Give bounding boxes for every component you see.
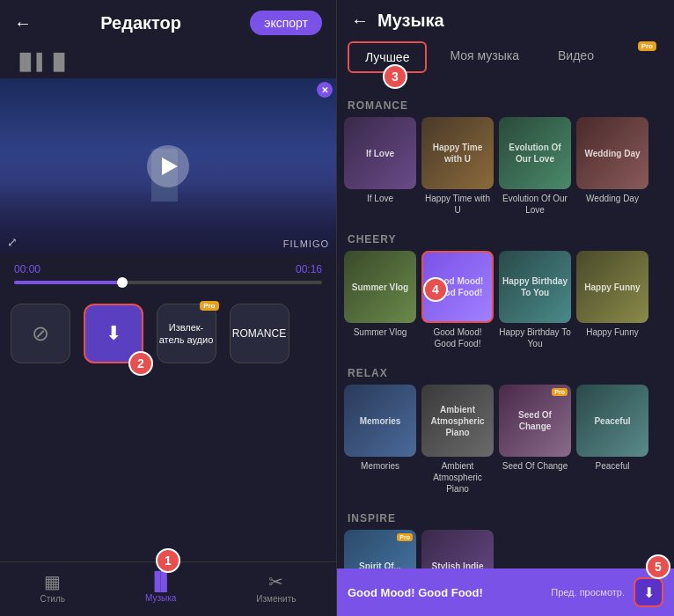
music-card-peaceful[interactable]: Peaceful Peaceful bbox=[576, 385, 648, 495]
inspire-grid: Pro Spirit Of... Spirit Of... Stylish In… bbox=[344, 530, 667, 568]
close-button[interactable]: ✕ bbox=[317, 82, 333, 98]
evolution-name: Evolution Of Our Love bbox=[499, 193, 571, 216]
music-icon: ▐▌ bbox=[148, 571, 172, 591]
step-2-circle: 2 bbox=[128, 351, 153, 376]
right-header: ← Музыка bbox=[337, 0, 674, 41]
right-panel: ← Музыка Лучшее Моя музыка Видео Pro 3 R… bbox=[337, 0, 674, 616]
music-card-happy-birthday[interactable]: Happy Birthday To You Happy Birthday To … bbox=[499, 251, 571, 349]
music-card-wedding[interactable]: Wedding Day Wedding Day bbox=[576, 117, 648, 216]
peaceful-name: Peaceful bbox=[576, 460, 648, 472]
music-card-seed[interactable]: Pro Seed Of Change Seed Of Change bbox=[499, 385, 571, 495]
ambient-name: Ambient Atmospheric Piano bbox=[421, 460, 494, 495]
happy-funny-bg: Happy Funny bbox=[576, 251, 648, 323]
timeline-start: 00:00 bbox=[14, 263, 40, 275]
tool-empty: ⊘ bbox=[7, 304, 73, 367]
peaceful-thumb: Peaceful bbox=[576, 385, 648, 457]
ambient-thumb: Ambient Atmospheric Piano bbox=[421, 385, 494, 457]
style-icon: ▦ bbox=[44, 571, 61, 592]
nav-style[interactable]: ▦ Стиль bbox=[40, 571, 65, 604]
romance-grid: If Love If Love Happy Time with U Happy … bbox=[344, 117, 667, 216]
video-preview: FILMIGO ⤢ ✕ bbox=[0, 78, 336, 254]
editor-title: Редактор bbox=[100, 13, 181, 33]
memories-name: Memories bbox=[344, 460, 416, 472]
tool-music: ⬇ 2 bbox=[80, 304, 146, 367]
extract-icon: Извлек-атель аудио bbox=[158, 321, 216, 347]
play-button[interactable] bbox=[147, 145, 189, 187]
filmigo-label: FILMIGO bbox=[283, 238, 329, 249]
peaceful-bg: Peaceful bbox=[576, 385, 648, 457]
bottom-bar: 5 Good Mood! Good Food! Пред. просмотр. … bbox=[337, 568, 674, 616]
nav-music[interactable]: ▐▌ Музыка bbox=[145, 571, 176, 604]
summer-vlog-bg: Summer Vlog bbox=[344, 251, 416, 323]
stylish-thumb: Stylish Indie bbox=[421, 530, 494, 568]
preview-button[interactable]: Пред. просмотр. bbox=[551, 587, 625, 598]
timeline-track[interactable] bbox=[14, 281, 322, 284]
music-card-if-love[interactable]: If Love If Love bbox=[344, 117, 416, 216]
step-3-circle: 3 bbox=[383, 64, 407, 89]
timeline-progress bbox=[14, 281, 122, 284]
if-love-name: If Love bbox=[344, 193, 416, 204]
music-content[interactable]: ROMANCE If Love If Love Happy Time with … bbox=[337, 92, 674, 568]
bottom-bar-title: Good Mood! Good Food! bbox=[348, 586, 542, 599]
music-card-ambient[interactable]: Ambient Atmospheric Piano Ambient Atmosp… bbox=[421, 385, 494, 495]
romance-icon: ROMANCE bbox=[232, 327, 286, 340]
music-card-spirit[interactable]: Pro Spirit Of... Spirit Of... bbox=[344, 530, 416, 568]
music-card-happy-time[interactable]: Happy Time with U Happy Time with U bbox=[421, 117, 494, 216]
wedding-thumb: Wedding Day bbox=[576, 117, 648, 189]
section-relax-label: RELAX bbox=[344, 360, 667, 385]
export-button[interactable]: экспорт bbox=[250, 11, 322, 35]
music-card-summer-vlog[interactable]: Summer Vlog Summer Vlog bbox=[344, 251, 416, 349]
happy-funny-name: Happy Funny bbox=[576, 326, 648, 338]
tool-extract-box[interactable]: Pro Извлек-атель аудио bbox=[157, 304, 216, 363]
relax-grid: Memories Memories Ambient Atmospheric Pi… bbox=[344, 385, 667, 495]
timeline-bar: 00:00 00:16 bbox=[0, 254, 336, 293]
pro-badge-spirit: Pro bbox=[397, 533, 413, 541]
seed-thumb: Pro Seed Of Change bbox=[499, 385, 571, 457]
tab-my-music[interactable]: Моя музыка bbox=[434, 41, 535, 73]
music-card-memories[interactable]: Memories Memories bbox=[344, 385, 416, 495]
step-1-circle: 1 bbox=[156, 548, 180, 573]
if-love-thumb: If Love bbox=[344, 117, 416, 189]
evolution-thumb: Evolution Of Our Love bbox=[499, 117, 571, 189]
step-4-circle: 4 bbox=[423, 277, 448, 302]
fullscreen-icon[interactable]: ⤢ bbox=[7, 235, 18, 249]
left-header: ← Редактор экспорт bbox=[0, 0, 336, 46]
pro-badge-seed: Pro bbox=[552, 388, 568, 396]
section-inspire-label: INSPIRE bbox=[344, 505, 667, 530]
back-button-left[interactable]: ← bbox=[14, 13, 32, 33]
music-card-evolution[interactable]: Evolution Of Our Love Evolution Of Our L… bbox=[499, 117, 571, 216]
left-panel: ← Редактор экспорт ▐▌▌▐▌ FILMIGO ⤢ ✕ 00:… bbox=[0, 0, 337, 616]
cheery-grid: 4 Summer Vlog Summer Vlog Good Mood! Goo… bbox=[344, 251, 667, 349]
wedding-name: Wedding Day bbox=[576, 193, 648, 204]
no-action-icon: ⊘ bbox=[32, 321, 49, 346]
music-card-stylish[interactable]: Stylish Indie Stylish Indie bbox=[421, 530, 494, 568]
timeline-end: 00:16 bbox=[296, 263, 322, 275]
wedding-bg: Wedding Day bbox=[576, 117, 648, 189]
nav-edit-label: Изменить bbox=[256, 594, 296, 604]
good-mood-name: Good Mood! Good Food! bbox=[421, 326, 494, 349]
tool-romance-box[interactable]: ROMANCE bbox=[230, 304, 289, 363]
edit-icon: ✂ bbox=[268, 571, 283, 592]
bottom-nav: 1 ▦ Стиль ▐▌ Музыка ✂ Изменить bbox=[0, 561, 336, 616]
happy-birthday-thumb: Happy Birthday To You bbox=[499, 251, 571, 323]
pro-badge-extract: Pro bbox=[200, 301, 218, 311]
tab-video[interactable]: Видео bbox=[542, 41, 610, 73]
happy-birthday-name: Happy Birthday To You bbox=[499, 326, 571, 349]
back-button-right[interactable]: ← bbox=[351, 11, 369, 31]
summer-vlog-name: Summer Vlog bbox=[344, 326, 416, 338]
close-icon: ✕ bbox=[321, 85, 328, 95]
download-button[interactable]: ⬇ bbox=[634, 577, 663, 607]
if-love-bg: If Love bbox=[344, 117, 416, 189]
music-title: Музыка bbox=[377, 11, 444, 31]
tool-empty-box[interactable]: ⊘ bbox=[11, 304, 70, 363]
pro-badge-video: Pro bbox=[638, 41, 656, 51]
music-card-happy-funny[interactable]: Happy Funny Happy Funny bbox=[576, 251, 648, 349]
happy-time-name: Happy Time with U bbox=[421, 193, 494, 216]
memories-bg: Memories bbox=[344, 385, 416, 457]
evolution-bg: Evolution Of Our Love bbox=[499, 117, 571, 189]
timeline-thumb[interactable] bbox=[117, 277, 128, 288]
nav-edit[interactable]: ✂ Изменить bbox=[256, 571, 296, 604]
step-5-circle: 5 bbox=[646, 554, 670, 579]
tool-extract: Pro Извлек-атель аудио bbox=[153, 304, 219, 367]
download-icon: ⬇ bbox=[643, 584, 655, 601]
